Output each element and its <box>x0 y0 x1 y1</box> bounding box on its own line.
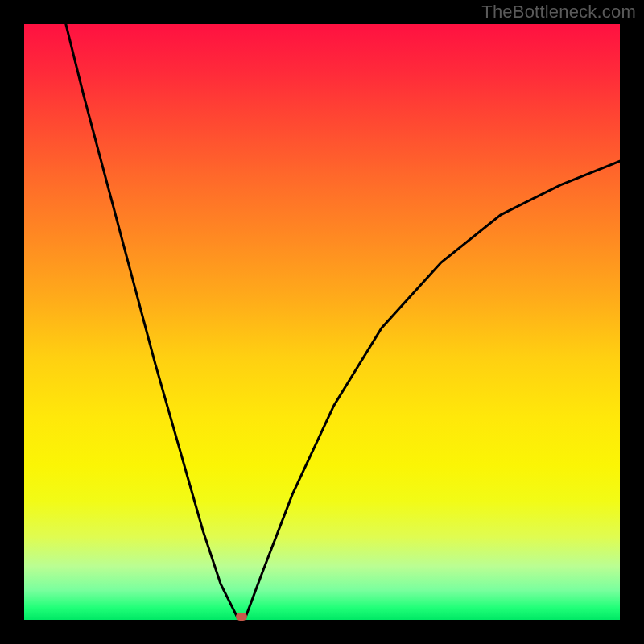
plot-area <box>24 24 620 620</box>
curve-svg <box>24 24 620 620</box>
vertex-marker <box>236 613 247 621</box>
curve-left-branch <box>66 24 239 620</box>
watermark-label: TheBottleneck.com <box>481 2 636 23</box>
curve-right-branch <box>245 161 620 620</box>
chart-frame: TheBottleneck.com <box>0 0 644 644</box>
